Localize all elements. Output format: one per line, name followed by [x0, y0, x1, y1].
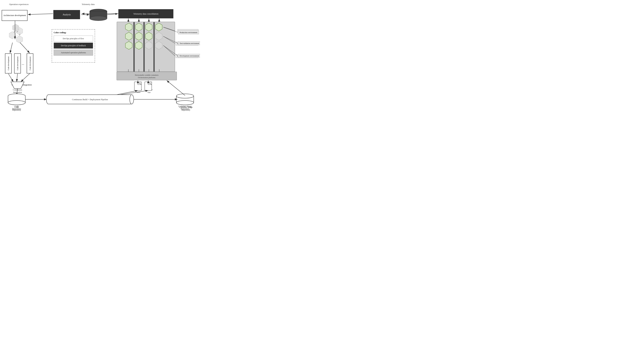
- svg-line-76: [138, 82, 141, 85]
- svg-marker-42: [16, 27, 23, 35]
- svg-line-83: [120, 91, 148, 95]
- svg-line-54: [21, 74, 30, 82]
- svg-point-57: [8, 94, 25, 98]
- svg-line-82: [117, 91, 138, 95]
- analysis-box: Analysis: [53, 10, 80, 19]
- orchestration-label: Horizontally scalable containers Orchest…: [117, 73, 175, 75]
- svg-text:App: App: [147, 91, 150, 93]
- code-dev-box-1: Code development: [5, 53, 12, 73]
- diagram: Operation experiences Telemetry data Arc…: [0, 0, 200, 113]
- continuous-integration-label: Continuous Integration: [8, 83, 35, 86]
- svg-point-67: [130, 95, 134, 104]
- svg-line-48: [20, 33, 20, 36]
- svg-marker-78: [148, 82, 152, 85]
- legend-flow: DevOps principles of flow: [54, 36, 93, 42]
- svg-point-5: [90, 9, 107, 14]
- code-dev-box-3: Code development: [27, 53, 33, 73]
- operation-experiences-label: Operation experiences: [9, 3, 29, 6]
- svg-point-63: [46, 95, 50, 104]
- svg-point-61: [8, 101, 25, 105]
- svg-marker-44: [12, 24, 19, 31]
- svg-rect-58: [8, 96, 25, 103]
- svg-line-4: [28, 14, 53, 15]
- svg-line-50: [10, 43, 12, 53]
- svg-rect-6: [90, 11, 107, 18]
- legend-box: Color coding: DevOps principles of flow …: [52, 29, 95, 63]
- container-image-label: Container ImageRepository: [177, 106, 195, 111]
- svg-line-73: [167, 80, 185, 96]
- code-dev-box-2: Code development: [14, 53, 21, 73]
- svg-line-56: [17, 88, 18, 96]
- svg-point-69: [176, 94, 194, 98]
- svg-marker-41: [9, 32, 16, 39]
- test-env-box: Test/validation enviroment: [178, 41, 200, 45]
- dev-env-box: Development environment: [178, 54, 200, 58]
- svg-line-45: [14, 28, 16, 33]
- svg-text:Infra: Infra: [137, 91, 140, 93]
- svg-line-53: [17, 74, 18, 82]
- svg-point-72: [176, 101, 194, 105]
- svg-line-46: [17, 30, 19, 33]
- telemetry-data-label: Telemetry data: [82, 3, 94, 6]
- code-repository-label: CodeRepository: [9, 106, 24, 111]
- production-env-box: Production environment: [178, 31, 199, 34]
- continuous-build-label: Continuous Build + Deployment Pipeline: [55, 97, 115, 100]
- svg-line-47: [14, 35, 20, 36]
- architecture-development-box: Architecture development: [2, 10, 28, 21]
- legend-automated: Automated operation platforms: [54, 50, 93, 56]
- svg-text:Orchestration platforms: Orchestration platforms: [138, 76, 156, 78]
- svg-line-52: [8, 74, 13, 82]
- hex-area: [117, 22, 175, 72]
- ellipsis-label: ...: [22, 62, 24, 66]
- svg-marker-75: [138, 82, 141, 85]
- svg-point-7: [90, 16, 107, 21]
- svg-text:Continuous: Continuous: [13, 89, 22, 91]
- svg-line-9: [107, 14, 118, 15]
- svg-marker-43: [16, 36, 23, 43]
- svg-line-79: [148, 82, 152, 85]
- svg-text:Integration: Integration: [13, 91, 22, 94]
- telemetry-consolidation-box: Telemetry data consolidation: [118, 9, 174, 18]
- app-label: App: [147, 88, 155, 91]
- legend-feedback: DevOps principles of feedback: [54, 43, 93, 49]
- svg-line-51: [20, 43, 30, 53]
- infra-label: Infra: [136, 88, 144, 91]
- legend-title: Color coding:: [54, 31, 93, 34]
